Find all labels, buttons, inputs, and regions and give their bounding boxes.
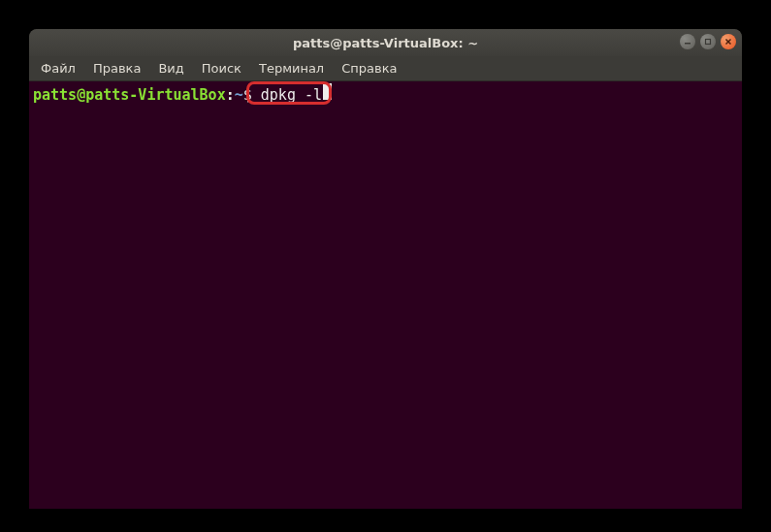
- svg-rect-1: [706, 40, 711, 45]
- prompt-user: patts@patts-VirtualBox: [33, 86, 226, 106]
- menu-view[interactable]: Вид: [150, 58, 191, 78]
- menu-file[interactable]: Файл: [33, 58, 83, 78]
- terminal-window: patts@patts-VirtualBox: ~ Файл Пр: [29, 29, 742, 509]
- menu-help[interactable]: Справка: [334, 58, 404, 78]
- menu-terminal[interactable]: Терминал: [251, 58, 332, 78]
- prompt-colon: :: [226, 86, 235, 106]
- command-input: dpkg -l: [261, 86, 322, 106]
- minimize-button[interactable]: [680, 34, 695, 49]
- maximize-button[interactable]: [700, 34, 716, 49]
- close-icon: [724, 38, 732, 46]
- prompt-line: patts@patts-VirtualBox:~$ dpkg -l: [33, 83, 738, 106]
- svg-rect-0: [685, 43, 691, 45]
- cursor: [323, 83, 332, 100]
- menubar: Файл Правка Вид Поиск Терминал Справка: [29, 56, 742, 81]
- menu-edit[interactable]: Правка: [85, 58, 148, 78]
- minimize-icon: [684, 38, 691, 46]
- window-title: patts@patts-VirtualBox: ~: [293, 36, 478, 50]
- titlebar: patts@patts-VirtualBox: ~: [29, 29, 742, 56]
- prompt-dollar: $: [243, 86, 261, 106]
- window-controls: [680, 34, 736, 49]
- menu-search[interactable]: Поиск: [194, 58, 249, 78]
- maximize-icon: [704, 38, 712, 46]
- prompt-path: ~: [235, 86, 243, 106]
- close-button[interactable]: [721, 34, 736, 49]
- terminal-area[interactable]: patts@patts-VirtualBox:~$ dpkg -l: [29, 81, 742, 509]
